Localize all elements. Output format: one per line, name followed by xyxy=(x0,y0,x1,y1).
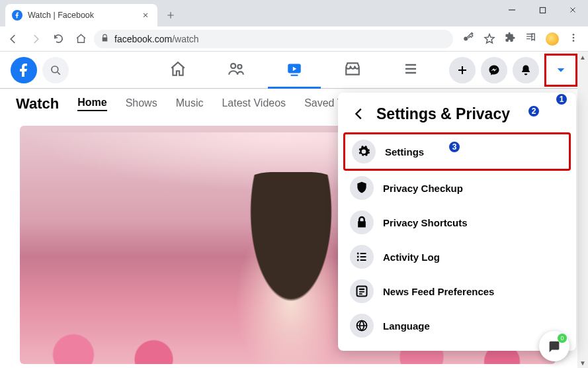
nav-hamburger-icon[interactable] xyxy=(384,52,437,89)
facebook-favicon xyxy=(12,10,22,21)
svg-point-2 xyxy=(573,34,575,36)
gear-icon xyxy=(352,140,376,163)
menu-item-privacy-shortcuts[interactable]: Privacy Shortcuts xyxy=(343,205,571,240)
nav-marketplace-icon[interactable] xyxy=(326,52,379,89)
extension-yellow-icon[interactable] xyxy=(546,32,559,46)
svg-point-3 xyxy=(573,36,575,38)
window-controls xyxy=(497,0,588,26)
globe-icon xyxy=(350,314,374,338)
close-icon[interactable] xyxy=(140,10,151,21)
maximize-button[interactable] xyxy=(527,0,558,20)
back-button[interactable] xyxy=(4,30,22,48)
reading-list-icon[interactable] xyxy=(525,32,536,46)
panel-title: Settings & Privacy xyxy=(376,105,510,123)
svg-point-4 xyxy=(573,40,575,42)
account-menu-button[interactable] xyxy=(548,57,574,83)
svg-rect-12 xyxy=(360,253,366,254)
callout-badge-2: 2 xyxy=(527,105,540,118)
key-icon[interactable] xyxy=(462,32,474,46)
watch-title: Watch xyxy=(16,95,59,113)
svg-point-11 xyxy=(357,259,359,261)
chat-badge: 0 xyxy=(558,334,567,343)
menu-item-label: Language xyxy=(383,320,430,332)
nav-watch-icon[interactable] xyxy=(268,52,321,89)
forward-button[interactable] xyxy=(26,30,45,48)
bookmark-icon[interactable] xyxy=(483,33,495,45)
nav-friends-icon[interactable] xyxy=(210,52,263,89)
svg-point-10 xyxy=(357,256,359,258)
menu-item-privacy-checkup[interactable]: Privacy Checkup xyxy=(343,171,571,205)
messenger-button[interactable] xyxy=(481,57,507,83)
notifications-button[interactable] xyxy=(513,57,539,83)
feed-icon xyxy=(350,279,374,303)
svg-point-7 xyxy=(237,65,241,69)
home-button[interactable] xyxy=(71,30,90,48)
svg-point-1 xyxy=(464,36,468,40)
svg-rect-17 xyxy=(359,291,364,293)
nav-home-icon[interactable] xyxy=(151,52,204,89)
svg-point-5 xyxy=(52,66,58,73)
menu-item-news-feed-prefs[interactable]: News Feed Preferences xyxy=(343,274,571,308)
browser-toolbar: facebook.com/watch xyxy=(0,26,588,52)
svg-rect-13 xyxy=(360,256,366,257)
facebook-center-nav xyxy=(151,52,437,89)
menu-item-label: Settings xyxy=(385,146,424,158)
scroll-up-icon[interactable]: ▲ xyxy=(579,52,586,62)
svg-rect-14 xyxy=(360,259,366,261)
watch-tab-latest[interactable]: Latest Videos xyxy=(222,97,286,111)
svg-rect-18 xyxy=(359,293,362,295)
lock-icon xyxy=(350,210,374,234)
chrome-menu-icon[interactable] xyxy=(568,32,579,46)
menu-item-language[interactable]: Language xyxy=(343,308,571,343)
facebook-header xyxy=(0,52,588,89)
minimize-button[interactable] xyxy=(497,0,527,20)
url-text: facebook.com/watch xyxy=(114,34,199,44)
vertical-scrollbar[interactable]: ▲ ▼ xyxy=(577,52,588,368)
browser-titlebar: Watch | Facebook xyxy=(0,0,588,26)
facebook-right-actions xyxy=(449,54,577,87)
search-button[interactable] xyxy=(42,57,69,83)
facebook-logo[interactable] xyxy=(11,57,37,83)
list-icon xyxy=(350,245,374,269)
svg-point-9 xyxy=(357,253,359,255)
lock-shield-icon xyxy=(350,176,374,200)
svg-rect-0 xyxy=(540,7,545,13)
close-window-button[interactable] xyxy=(558,0,588,20)
tab-title: Watch | Facebook xyxy=(28,11,135,20)
callout-badge-1: 1 xyxy=(555,93,568,106)
extensions-icon[interactable] xyxy=(505,32,516,46)
panel-back-button[interactable] xyxy=(350,105,368,123)
watch-tab-shows[interactable]: Shows xyxy=(126,97,157,111)
account-menu-highlight xyxy=(544,54,577,87)
menu-item-label: News Feed Preferences xyxy=(383,286,494,297)
scroll-down-icon[interactable]: ▼ xyxy=(579,357,586,368)
address-bar[interactable]: facebook.com/watch xyxy=(94,30,453,48)
menu-item-label: Privacy Checkup xyxy=(383,183,463,194)
callout-badge-3: 3 xyxy=(448,140,461,154)
reload-button[interactable] xyxy=(49,30,67,48)
chat-bubble[interactable]: 0 xyxy=(539,331,569,361)
toolbar-actions xyxy=(457,32,584,46)
lock-icon xyxy=(101,33,109,45)
svg-rect-16 xyxy=(359,289,364,291)
menu-item-activity-log[interactable]: Activity Log xyxy=(343,240,571,274)
settings-privacy-panel: Settings & Privacy Settings Privacy Chec… xyxy=(338,93,576,351)
watch-tab-home[interactable]: Home xyxy=(77,97,106,111)
menu-item-label: Privacy Shortcuts xyxy=(383,217,468,228)
browser-tab[interactable]: Watch | Facebook xyxy=(5,4,157,26)
watch-tab-music[interactable]: Music xyxy=(176,97,204,111)
svg-point-6 xyxy=(231,64,235,68)
create-button[interactable] xyxy=(449,57,476,83)
menu-item-label: Activity Log xyxy=(383,252,440,263)
new-tab-button[interactable] xyxy=(161,6,180,24)
